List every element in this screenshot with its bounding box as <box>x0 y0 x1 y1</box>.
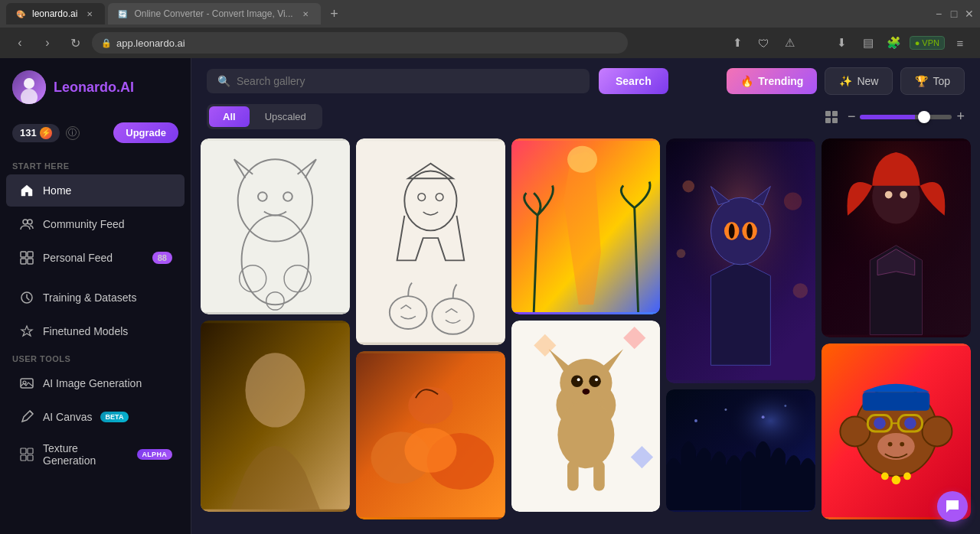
filter-tab-all[interactable]: All <box>209 106 250 127</box>
texture-icon <box>18 446 35 463</box>
close-button[interactable]: ✕ <box>965 9 974 18</box>
tab-close-leonardo[interactable]: ✕ <box>83 8 96 20</box>
tab-label-leonardo: leonardo.ai <box>32 8 77 19</box>
filter-tab-upscaled[interactable]: Upscaled <box>251 106 320 127</box>
gallery-item-red-hair-warrior[interactable]: ⊞ / ⤢ <box>822 138 971 337</box>
community-feed-icon <box>18 216 35 233</box>
sidebar-item-ai-image[interactable]: AI Image Generation <box>6 367 185 399</box>
top-label: Top <box>933 75 950 87</box>
search-input[interactable] <box>237 75 579 87</box>
new-label: New <box>857 75 878 87</box>
top-icon: 🏆 <box>915 75 928 87</box>
svg-rect-18 <box>825 118 831 123</box>
new-button[interactable]: ✨ New <box>825 67 893 95</box>
tab-close-converter[interactable]: ✕ <box>299 8 312 20</box>
zoom-in-button[interactable]: + <box>956 109 965 125</box>
share-button[interactable]: ⬆ <box>727 32 749 54</box>
gallery-image-giraffe <box>511 138 661 314</box>
sidebar-item-label-personal: Personal Feed <box>43 252 113 264</box>
svg-point-42 <box>567 146 597 173</box>
gallery-item-fantasy-woman[interactable]: ⊞ / ⤢ <box>201 321 350 512</box>
reload-button[interactable]: ↻ <box>64 32 86 54</box>
gallery-image-fantasy-woman: ⊞ / ⤢ <box>201 321 350 512</box>
sidebar-item-community-feed[interactable]: Community Feed <box>6 208 185 240</box>
shield-button[interactable]: 🛡 <box>753 32 775 54</box>
finetuned-icon <box>18 323 35 340</box>
svg-rect-17 <box>832 111 838 116</box>
section-label-start-here: Start Here <box>0 155 191 174</box>
gallery-image-cat-sketch <box>201 138 350 314</box>
zoom-out-button[interactable]: − <box>848 109 856 125</box>
search-button[interactable]: Search <box>599 68 668 94</box>
gallery-image-chihuahua <box>511 321 661 512</box>
tab-leonardo[interactable]: 🎨 leonardo.ai ✕ <box>6 3 105 24</box>
vpn-badge: ● VPN <box>910 36 945 50</box>
svg-point-82 <box>923 417 952 447</box>
credits-value: 131 <box>20 127 37 138</box>
svg-point-81 <box>841 417 871 447</box>
trending-button[interactable]: 🔥 Trending <box>727 68 817 94</box>
lock-icon: 🔒 <box>101 38 112 48</box>
svg-point-51 <box>557 402 614 469</box>
filter-bar: All Upscaled − + <box>191 104 980 138</box>
ai-image-icon <box>18 375 35 392</box>
svg-point-78 <box>900 191 907 199</box>
gallery-item-chihuahua[interactable] <box>511 321 661 512</box>
zoom-slider[interactable] <box>860 115 952 119</box>
gallery-image-witch-girl: ⊞ / ⤢ <box>356 138 505 345</box>
svg-point-89 <box>888 442 893 447</box>
info-icon[interactable]: ⓘ <box>66 126 80 140</box>
svg-rect-12 <box>21 448 26 454</box>
sidebar-item-ai-canvas[interactable]: AI Canvas BETA <box>6 401 185 433</box>
tab-favicon-leonardo: 🎨 <box>15 8 26 19</box>
svg-rect-14 <box>21 455 26 461</box>
tab-converter[interactable]: 🔄 Online Converter - Convert Image, Vi..… <box>108 3 320 24</box>
minimize-button[interactable]: − <box>934 9 943 18</box>
gallery-item-fantasy-forest[interactable]: ⊞ / <box>666 389 815 512</box>
sidebar-toggle[interactable]: ▤ <box>858 32 879 54</box>
extensions-button[interactable]: 🧩 <box>884 32 905 54</box>
sidebar-item-training[interactable]: Training & Datasets <box>6 282 185 314</box>
sidebar-item-home[interactable]: Home <box>6 174 185 207</box>
upgrade-button[interactable]: Upgrade <box>113 122 178 143</box>
new-tab-button[interactable]: + <box>324 3 345 24</box>
svg-rect-19 <box>832 118 838 123</box>
svg-rect-13 <box>28 448 33 454</box>
sidebar-item-label-home: Home <box>43 184 71 197</box>
home-icon <box>18 182 35 199</box>
gallery-item-cat-warrior[interactable] <box>666 138 815 383</box>
menu-button[interactable]: ≡ <box>949 32 971 54</box>
slider-thumb <box>918 111 930 123</box>
credits-badge: 131 ⚡ <box>12 124 60 142</box>
download-button[interactable]: ⬇ <box>831 32 853 54</box>
alert-button[interactable]: ⚠ <box>779 32 801 54</box>
sidebar-logo: Leonardo.AI <box>0 70 191 116</box>
grid-view-button[interactable] <box>820 106 843 129</box>
sidebar-item-personal-feed[interactable]: Personal Feed 88 <box>6 242 185 274</box>
maximize-button[interactable]: □ <box>949 9 959 18</box>
tab-favicon-converter: 🔄 <box>117 8 128 19</box>
sidebar-item-label-finetuned: Finetuned Models <box>43 325 128 337</box>
chat-button[interactable] <box>937 491 968 522</box>
svg-point-86 <box>874 417 886 429</box>
top-button[interactable]: 🏆 Top <box>900 67 965 95</box>
svg-rect-53 <box>593 461 605 490</box>
gallery-item-giraffe[interactable] <box>511 138 661 314</box>
logo-text-main: Leonardo.AI <box>54 80 134 95</box>
gallery-item-cat-sketch[interactable] <box>201 138 350 314</box>
gallery-header: 🔍 Search 🔥 Trending ✨ New 🏆 Top <box>191 58 980 104</box>
svg-point-73 <box>785 405 787 407</box>
gallery-item-witch-girl[interactable]: ⊞ / ⤢ <box>356 138 505 345</box>
back-button[interactable]: ‹ <box>9 32 31 54</box>
svg-point-87 <box>904 417 916 429</box>
forward-button[interactable]: › <box>37 32 58 54</box>
gallery-item-pumpkins[interactable] <box>356 351 505 519</box>
address-bar[interactable]: 🔒 app.leonardo.ai <box>92 32 628 54</box>
sidebar-item-texture[interactable]: Texture Generation ALPHA <box>6 435 185 474</box>
svg-point-72 <box>762 415 765 418</box>
svg-point-70 <box>694 419 697 422</box>
svg-rect-6 <box>28 252 33 257</box>
svg-rect-16 <box>825 111 831 116</box>
sidebar-item-finetuned[interactable]: Finetuned Models <box>6 315 185 347</box>
address-bar-row: ‹ › ↻ 🔒 app.leonardo.ai ⬆ 🛡 ⚠ ⬇ ▤ 🧩 ● VP… <box>0 28 980 58</box>
